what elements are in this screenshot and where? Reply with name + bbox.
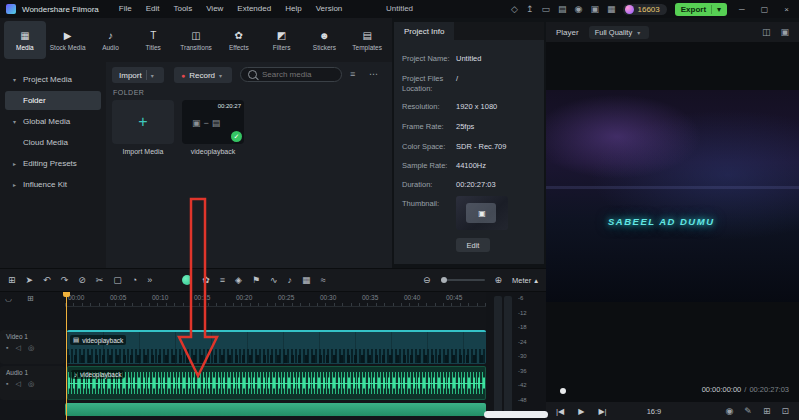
aspect-ratio-dropdown[interactable]: 16:9 [647, 407, 662, 416]
search-input[interactable] [262, 70, 334, 79]
grid-icon[interactable]: ⊞ [763, 407, 771, 416]
delete-icon[interactable]: ⊘ [78, 275, 86, 285]
sidebar-item-folder[interactable]: Folder [5, 91, 101, 110]
tab-stock-media[interactable]: ▶ Stock Media [47, 21, 89, 59]
keyboard-icon[interactable]: ▤ [558, 5, 567, 14]
fullscreen-icon[interactable]: ⊡ [781, 407, 789, 416]
edit-button[interactable]: Edit [456, 238, 490, 252]
scrubber-handle[interactable] [560, 388, 566, 394]
speed-icon[interactable]: ◔ [132, 275, 137, 285]
video-clip[interactable]: ▤ videoplayback [67, 330, 486, 364]
meter-toggle-button[interactable]: Meter ▴ [512, 276, 538, 285]
chevron-right-icon[interactable]: ▸ [13, 181, 19, 188]
menu-extended[interactable]: Extended [231, 0, 277, 18]
speed-ramp-icon[interactable]: ≈ [321, 275, 326, 285]
panel-toggle-icon[interactable]: ⊞ [8, 275, 16, 285]
video-track-header[interactable]: Video 1 ▪ ◁ ◎ [0, 330, 65, 364]
video-preview[interactable]: SABEEL AD DUMU [546, 90, 799, 302]
audio-clip[interactable]: ♪ videoplayback [67, 366, 486, 400]
sidebar-item-editing-presets[interactable]: ▸ Editing Presets [5, 154, 101, 173]
record-button[interactable]: ● Record ▾ [174, 67, 232, 83]
mute-icon[interactable]: ◁ [15, 344, 20, 352]
tab-media[interactable]: ▦ Media [4, 21, 46, 59]
layout-icon[interactable]: ▦ [607, 5, 616, 14]
menu-file[interactable]: File [113, 0, 138, 18]
project-info-tab[interactable]: Project Info [394, 22, 454, 40]
more-options-icon[interactable]: ⋯ [369, 70, 378, 79]
keyframe-icon[interactable]: ◈ [235, 275, 242, 285]
audio-wave-icon[interactable]: ∿ [270, 275, 278, 285]
chevron-down-icon[interactable]: ▾ [13, 118, 19, 125]
sidebar-item-influence-kit[interactable]: ▸ Influence Kit [5, 175, 101, 194]
tab-filters[interactable]: ◩ Filters [261, 21, 303, 59]
import-button[interactable]: Import ▾ [112, 67, 164, 83]
playhead[interactable] [66, 292, 67, 420]
effects-tool-icon[interactable]: ✿ [202, 275, 210, 285]
export-dropdown-icon[interactable]: ▾ [711, 5, 721, 14]
mute-icon[interactable]: ◁ [15, 380, 20, 388]
maximize-button[interactable]: ▢ [757, 5, 773, 14]
zoom-slider-knob[interactable] [441, 277, 447, 283]
videoplayback-tile[interactable]: 00:20:27 ▣ − ▤ ✓ [182, 100, 244, 144]
more-tools-icon[interactable]: » [147, 275, 152, 285]
sidebar-item-cloud-media[interactable]: Cloud Media [5, 133, 101, 152]
minimize-button[interactable]: ─ [735, 5, 749, 14]
import-media-tile[interactable]: + [112, 100, 174, 144]
play-icon[interactable]: ▶ [578, 407, 584, 416]
visibility-icon[interactable]: ◎ [28, 344, 34, 352]
zoom-in-icon[interactable]: ⊕ [495, 275, 503, 285]
undo-icon[interactable]: ↶ [43, 275, 51, 285]
voiceover-icon[interactable]: ♪ [288, 275, 293, 285]
lock-icon[interactable]: ▪ [6, 380, 8, 388]
add-track-icon[interactable]: ⊞ [27, 294, 34, 303]
export-button[interactable]: Export ▾ [675, 3, 727, 16]
background-icon[interactable]: ▣ [780, 28, 789, 37]
promo-icon[interactable]: ◇ [511, 5, 518, 14]
chroma-key-icon[interactable] [182, 275, 192, 285]
tab-templates[interactable]: ▤ Templates [346, 21, 388, 59]
share-icon[interactable]: ↥ [526, 5, 534, 14]
chevron-down-icon[interactable]: ▾ [13, 76, 19, 83]
chevron-down-icon[interactable]: ▾ [219, 72, 225, 79]
next-frame-icon[interactable]: ▶| [598, 407, 606, 416]
redo-icon[interactable]: ↷ [61, 275, 69, 285]
timeline-zoom-slider[interactable] [441, 279, 485, 281]
display-icon[interactable]: ▭ [542, 5, 551, 14]
sidebar-item-global-media[interactable]: ▾ Global Media [5, 112, 101, 131]
menu-view[interactable]: View [200, 0, 229, 18]
tab-titles[interactable]: T Titles [132, 21, 174, 59]
filter-icon[interactable]: ≡ [350, 70, 355, 79]
quality-dropdown[interactable]: Full Quality ▾ [589, 26, 650, 39]
visibility-icon[interactable]: ◎ [28, 380, 34, 388]
previous-frame-icon[interactable]: |◀ [556, 407, 564, 416]
timeline-ruler[interactable]: 00:00 00:05 00:10 00:15 00:20 00:25 00:3… [65, 292, 486, 307]
collapsed-audio-track[interactable] [65, 403, 486, 416]
chevron-right-icon[interactable]: ▸ [13, 160, 19, 167]
split-view-icon[interactable]: ◫ [762, 28, 771, 37]
screen-record-icon[interactable]: ▦ [302, 275, 311, 285]
tab-audio[interactable]: ♪ Audio [90, 21, 132, 59]
close-button[interactable]: × [780, 5, 793, 14]
tab-effects[interactable]: ✿ Effects [218, 21, 260, 59]
tab-transitions[interactable]: ◫ Transitions [175, 21, 217, 59]
menu-edit[interactable]: Edit [140, 0, 166, 18]
chevron-down-icon[interactable]: ▾ [151, 72, 157, 79]
zoom-out-icon[interactable]: ⊖ [423, 275, 431, 285]
menu-version[interactable]: Version [310, 0, 349, 18]
markup-pen-icon[interactable]: ✎ [744, 407, 752, 416]
menu-tools[interactable]: Tools [167, 0, 198, 18]
lock-icon[interactable]: ▪ [6, 344, 8, 352]
adjust-icon[interactable]: ≡ [220, 275, 225, 285]
select-tool-icon[interactable]: ➤ [26, 275, 34, 285]
split-icon[interactable]: ✂ [96, 275, 104, 285]
snapshot-icon[interactable]: ◉ [726, 407, 734, 416]
marker-icon[interactable]: ⚑ [252, 275, 260, 285]
snapshot-icon[interactable]: ▣ [590, 5, 599, 14]
scrollbar-thumb[interactable] [484, 411, 548, 418]
search-box[interactable] [240, 67, 342, 82]
record-icon[interactable]: ◉ [575, 5, 583, 14]
crop-icon[interactable]: ▢ [113, 275, 122, 285]
sidebar-item-project-media[interactable]: ▾ Project Media [5, 70, 101, 89]
tab-stickers[interactable]: ☻ Stickers [303, 21, 345, 59]
menu-help[interactable]: Help [279, 0, 307, 18]
